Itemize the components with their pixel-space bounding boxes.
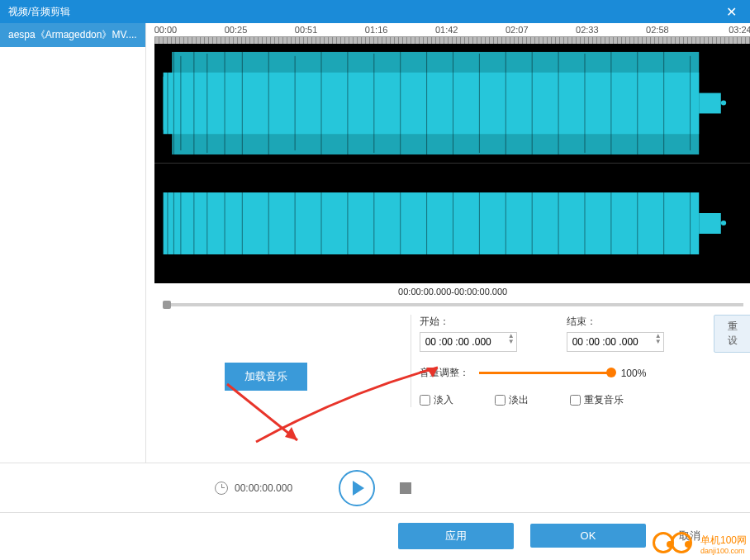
- close-icon[interactable]: ✕: [719, 2, 743, 21]
- main-panel: 00:00 00:25 00:51 01:16 01:42 02:07 02:3…: [146, 23, 750, 463]
- titlebar: 视频/音频剪辑 ✕: [0, 0, 750, 23]
- stop-button[interactable]: [400, 482, 411, 494]
- controls-row: 加载音乐 开始： 00 :00 :00 .000 ▲▼ 结束： 00 :00: [146, 306, 750, 407]
- fadeout-label: 淡出: [509, 393, 529, 407]
- fadein-input[interactable]: [420, 395, 430, 406]
- fadein-checkbox[interactable]: 淡入: [420, 393, 453, 407]
- window-title: 视频/音频剪辑: [8, 5, 70, 19]
- clock-icon: [215, 482, 228, 495]
- repeat-checkbox[interactable]: 重复音乐: [570, 393, 624, 407]
- timeline-tick: 02:07: [506, 25, 576, 35]
- watermark: 单机100网 danji100.com: [653, 532, 747, 555]
- timeline-tick: 02:58: [646, 25, 716, 35]
- volume-value: 100%: [621, 368, 647, 379]
- volume-thumb[interactable]: [606, 368, 616, 377]
- svg-point-57: [720, 221, 725, 225]
- start-label: 开始：: [420, 315, 517, 329]
- start-spinner[interactable]: ▲▼: [507, 334, 515, 344]
- end-time-input[interactable]: 00 :00 :00 .000: [567, 332, 664, 352]
- play-button[interactable]: [339, 470, 375, 506]
- volume-label: 音量调整：: [420, 366, 469, 380]
- spinner-down-icon[interactable]: ▼: [654, 339, 662, 344]
- timeline-tick: 01:42: [435, 25, 506, 35]
- ruler-ticks: [154, 37, 750, 44]
- svg-rect-28: [699, 93, 721, 114]
- time-range-label: 00:00:00.000-00:00:00.000: [154, 283, 750, 303]
- watermark-sub: danji100.com: [700, 547, 747, 555]
- play-icon: [353, 481, 364, 496]
- sidebar: aespa《Armageddon》MV....: [0, 23, 146, 463]
- svg-rect-31: [163, 192, 699, 254]
- fadeout-checkbox[interactable]: 淡出: [495, 393, 529, 407]
- apply-button[interactable]: 应用: [398, 523, 514, 549]
- playback-time-value: 00:00:00.000: [235, 482, 292, 494]
- end-label: 结束：: [567, 315, 664, 329]
- start-time-input[interactable]: 00 :00 :00 .000: [420, 332, 517, 352]
- progress-thumb[interactable]: [163, 301, 171, 309]
- playback-time: 00:00:00.000: [215, 482, 292, 495]
- fadein-label: 淡入: [434, 393, 453, 407]
- progress-slider[interactable]: [163, 303, 743, 306]
- svg-rect-56: [699, 213, 721, 234]
- timeline-tick: 00:51: [295, 25, 365, 35]
- timeline-tick: 00:25: [225, 25, 295, 35]
- end-spinner[interactable]: ▲▼: [654, 334, 662, 344]
- footer: 应用 OK 取消: [0, 512, 750, 558]
- repeat-label: 重复音乐: [584, 393, 624, 407]
- waveform-display[interactable]: [154, 44, 750, 283]
- waveform-area: 00:00 00:25 00:51 01:16 01:42 02:07 02:3…: [146, 23, 750, 306]
- timeline-tick: 02:33: [576, 25, 646, 35]
- timeline-tick: 00:00: [154, 25, 225, 35]
- svg-point-29: [720, 101, 725, 106]
- spinner-down-icon[interactable]: ▼: [507, 339, 515, 344]
- fadeout-input[interactable]: [495, 395, 506, 406]
- timeline-ruler: 00:00 00:25 00:51 01:16 01:42 02:07 02:3…: [154, 23, 750, 37]
- right-controls: 开始： 00 :00 :00 .000 ▲▼ 结束： 00 :00 :00 .0…: [411, 315, 750, 407]
- left-controls: 加载音乐: [154, 315, 377, 407]
- svg-rect-3: [163, 73, 699, 134]
- reset-button[interactable]: 重设: [714, 315, 750, 353]
- watermark-text: 单机100网: [700, 534, 747, 546]
- content-area: aespa《Armageddon》MV.... 00:00 00:25 00:5…: [0, 23, 750, 463]
- player-bar: 00:00:00.000: [0, 463, 750, 512]
- file-list-item[interactable]: aespa《Armageddon》MV....: [0, 23, 145, 47]
- timeline-tick: 01:16: [365, 25, 435, 35]
- ok-button[interactable]: OK: [530, 524, 646, 548]
- repeat-input[interactable]: [570, 395, 581, 406]
- load-music-button[interactable]: 加载音乐: [225, 363, 307, 391]
- timeline-tick: 03:24: [716, 25, 750, 35]
- volume-slider[interactable]: [479, 372, 611, 374]
